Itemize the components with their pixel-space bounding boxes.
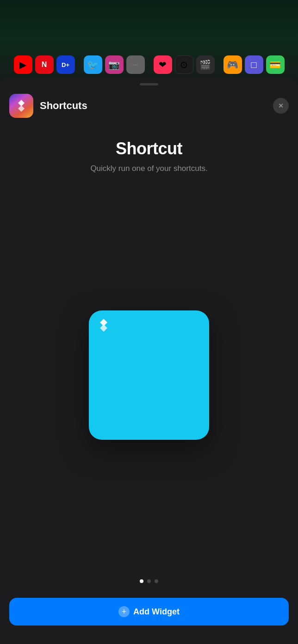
shortcuts-app-icon — [9, 94, 33, 118]
close-button[interactable]: ✕ — [273, 98, 289, 114]
game-icon: 🎮 — [224, 55, 242, 74]
add-widget-label: Add Widget — [133, 607, 180, 617]
svg-marker-3 — [100, 324, 107, 332]
dot-3 — [155, 579, 158, 583]
svg-marker-1 — [18, 105, 25, 112]
top-dock-icons: ▶ N D+ 🐦 📷 ··· ❤ ⊙ 🎬 🎮 □ 💳 — [0, 55, 298, 74]
widget-sheet: Shortcuts ✕ Shortcut Quickly run one of … — [0, 79, 298, 644]
widget-info-section: Shortcut Quickly run one of your shortcu… — [0, 125, 298, 179]
pagination-dots — [0, 572, 298, 590]
finance-icon: 💳 — [266, 55, 285, 74]
sheet-header: Shortcuts ✕ — [0, 85, 298, 125]
dot-1 — [140, 579, 143, 583]
target-icon: ⊙ — [175, 55, 193, 74]
app-icon-misc: □ — [245, 55, 263, 74]
youtube-icon: ▶ — [14, 55, 32, 74]
widget-shortcuts-icon-svg — [96, 318, 111, 333]
disney-plus-icon: D+ — [56, 55, 75, 74]
instagram-icon: 📷 — [105, 55, 124, 74]
svg-marker-0 — [18, 100, 25, 106]
shortcuts-logo-svg — [14, 99, 28, 113]
twitter-icon: 🐦 — [84, 55, 102, 74]
icon-group-1: ▶ N D+ — [14, 55, 75, 74]
more-apps-icon: ··· — [126, 55, 145, 74]
icon-group-3: ❤ ⊙ 🎬 — [154, 55, 215, 74]
widget-title: Shortcut — [9, 139, 289, 158]
plus-icon: + — [118, 606, 130, 617]
add-widget-button[interactable]: + Add Widget — [9, 598, 289, 626]
sheet-app-title: Shortcuts — [40, 100, 273, 112]
widget-carousel[interactable] — [0, 179, 298, 572]
icon-group-4: 🎮 □ 💳 — [224, 55, 285, 74]
widget-card-main[interactable] — [89, 310, 209, 440]
icon-group-2: 🐦 📷 ··· — [84, 55, 145, 74]
camera-icon: 🎬 — [196, 55, 215, 74]
widget-description: Quickly run one of your shortcuts. — [9, 163, 289, 174]
dot-2 — [147, 579, 151, 583]
netflix-icon: N — [35, 55, 54, 74]
health-icon: ❤ — [154, 55, 172, 74]
